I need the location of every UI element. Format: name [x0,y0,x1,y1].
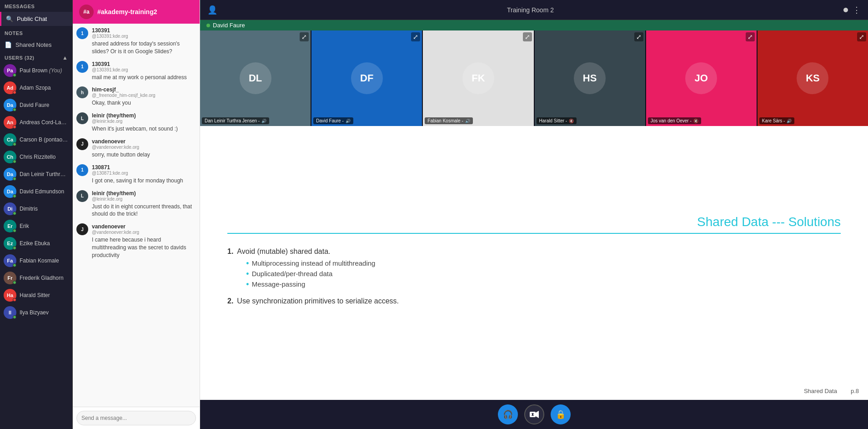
message-sender: vandenoever [92,223,139,230]
user-item[interactable]: Fr Frederik Gladhorn [0,269,72,287]
message-body: mail me at my work o personal address [92,74,196,81]
video-person-avatar: DL [240,62,271,94]
status-dot [13,246,16,250]
user-item[interactable]: Da Dan Leinir Turthra ... [0,166,72,183]
avatar: Da [4,185,16,198]
users-section-title: USERS (32) [5,55,35,61]
avatar: Ha [4,289,16,302]
status-dot [13,281,16,284]
top-bar-left: 👤 [207,5,217,15]
user-name: Chris Rizzitello [20,154,55,160]
chat-header: #a #akademy-training2 [73,0,200,24]
video-person-avatar: FK [462,62,494,94]
active-speaker-name: David Faure [213,22,245,29]
user-name: Frederik Gladhorn [20,275,64,281]
message-header: 1 130871 @130871:kde.org [76,164,196,176]
bottom-controls: 🎧 🔒 [200,400,868,429]
video-expand-button[interactable]: ⤢ [411,32,420,41]
video-expand-button[interactable]: ⤢ [634,32,643,41]
sidebar-item-public-chat[interactable]: 🔍 Public Chat [0,12,72,26]
video-name: Jos van den Oever - [651,118,692,123]
status-dot [13,108,16,111]
video-expand-button[interactable]: ⤢ [300,32,309,41]
user-item[interactable]: Ca Carson B (pontaoski) [0,131,72,148]
sidebar-item-shared-notes[interactable]: 📄 Shared Notes [0,38,72,52]
video-label: Dan Leinir Turthra Jensen - 🔊 [202,117,269,124]
notes-icon: 📄 [5,41,12,48]
video-expand-button[interactable]: ⤢ [746,32,755,41]
chat-message-input[interactable] [76,411,196,425]
user-item[interactable]: Ad Adam Szopa [0,79,72,96]
status-dot [13,298,16,302]
chat-channel-avatar: #a [79,5,94,19]
chat-message: h him-cesjf_ @_freenode_him-cesjf_kde.or… [76,86,196,107]
video-expand-button[interactable]: ⤢ [857,32,866,41]
chat-message: 1 130391 @130391:kde.org mail me at my w… [76,61,196,81]
audio-button[interactable]: 🎧 [498,404,518,424]
message-handle: @vandenoever:kde.org [92,145,139,150]
speaker-dot [206,24,210,27]
message-avatar: L [76,190,88,202]
avatar: Er [4,220,16,232]
user-item[interactable]: Ez Ezike Ebuka [0,235,72,252]
menu-icon[interactable]: ⋮ [853,5,861,15]
user-name: Ezike Ebuka [20,240,50,247]
message-body: Just do it in eight concurrent threads, … [92,203,196,218]
message-avatar: L [76,112,88,124]
user-item[interactable]: Di Dimitris [0,200,72,217]
message-sender: vandenoever [92,138,139,145]
video-tile: FK⤢Fabian Kosmale - 🔊 [423,30,533,126]
user-item[interactable]: Fa Fabian Kosmale [0,252,72,269]
avatar: Pa [4,64,16,77]
slide-item2-label: Use synchronization primitives to serial… [237,297,399,305]
chat-message: 1 130391 @130391:kde.org shared address … [76,27,196,56]
user-item[interactable]: An Andreas Cord-Land... [0,114,72,131]
user-item[interactable]: Da David Edmundson [0,183,72,200]
main-content: 👤 Training Room 2 ⋮ David Faure DL⤢Dan L… [200,0,868,429]
message-sender: 130391 [92,27,128,34]
lock-button[interactable]: 🔒 [551,404,571,424]
user-name: Carson B (pontaoski) [20,136,69,143]
message-header: L leinir (they/them) @leinir:kde.org [76,190,196,202]
message-avatar: 1 [76,61,88,73]
message-header: L leinir (they/them) @leinir:kde.org [76,112,196,124]
user-item[interactable]: Pa Paul Brown (You) [0,62,72,79]
status-dot [13,229,16,232]
video-button[interactable] [524,404,544,424]
status-dot [13,125,16,129]
avatar: Da [4,168,16,181]
slide-list: 1. Avoid (mutable) shared data. •Multipr… [227,247,841,312]
message-meta: 130391 @130391:kde.org [92,61,128,72]
message-body: sorry, mute button delay [92,151,196,159]
avatar: Fr [4,272,16,284]
status-dot [13,160,16,163]
message-avatar: 1 [76,27,88,39]
user-name: Ilya Bizyaev [20,309,49,316]
message-body: shared address for today's session's sli… [92,40,196,56]
user-item[interactable]: Er Erik [0,217,72,235]
video-expand-button[interactable]: ⤢ [523,32,532,41]
video-name: David Faure - [316,118,344,123]
video-label: Fabian Kosmale - 🔊 [425,117,472,124]
avatar: Ca [4,133,16,146]
avatar: Ez [4,237,16,250]
video-name: Fabian Kosmale - [427,118,463,123]
user-item[interactable]: Da David Faure [0,96,72,114]
collapse-users-icon[interactable]: ▲ [62,55,68,61]
chat-panel: #a #akademy-training2 1 130391 @130391:k… [73,0,200,429]
avatar: Da [4,99,16,111]
user-item[interactable]: Il Ilya Bizyaev [0,304,72,321]
video-mic-icon: 🔊 [261,119,266,123]
video-mic-icon: 🔇 [693,119,698,123]
video-tile: JO⤢Jos van den Oever - 🔇 [646,30,757,126]
user-name: Erik [20,223,29,229]
user-item[interactable]: Ha Harald Sitter [0,287,72,304]
user-name: Harald Sitter [20,292,50,298]
video-person-avatar: DF [351,62,383,94]
user-name: Dimitris [20,206,38,212]
user-item[interactable]: Ch Chris Rizzitello [0,148,72,166]
message-body: Okay, thank you [92,99,196,107]
chat-messages-list: 1 130391 @130391:kde.org shared address … [73,24,200,407]
message-meta: 130391 @130391:kde.org [92,27,128,39]
notes-section-title: NOTES [0,27,72,38]
